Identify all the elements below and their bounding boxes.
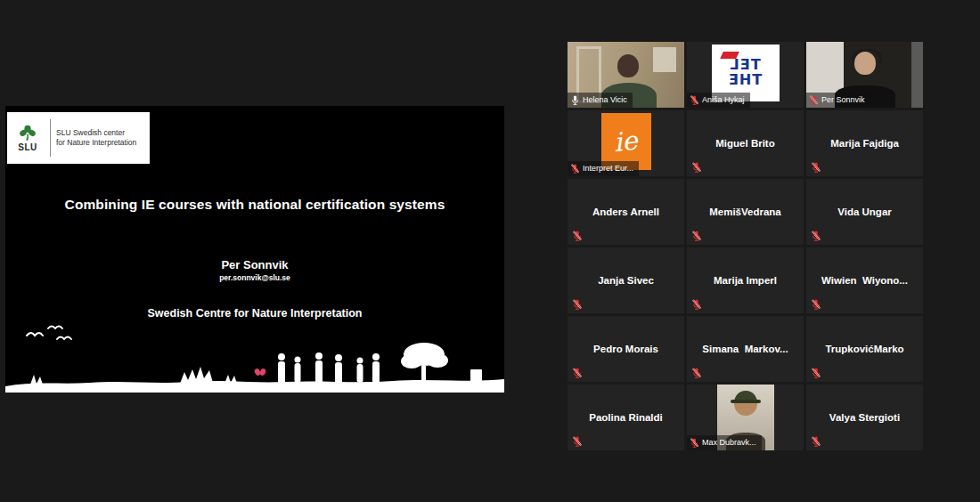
- slide-presenter-name: Per Sonnvik: [5, 258, 504, 271]
- muted-mic: [691, 298, 702, 311]
- muted-mic-icon: [809, 94, 819, 106]
- muted-mic: [811, 161, 821, 174]
- muted-mic: [691, 230, 702, 242]
- mic-icon: [570, 94, 580, 106]
- muted-mic: [572, 435, 583, 448]
- muted-mic-icon: [572, 435, 583, 448]
- muted-mic-icon: [691, 367, 702, 379]
- slu-logo-line1: SLU Swedish center: [56, 128, 136, 138]
- logo-divider: [50, 119, 51, 157]
- slu-logo-text: SLU Swedish center for Nature Interpreta…: [56, 128, 136, 148]
- participant-name: Vida Ungar: [806, 179, 923, 245]
- muted-mic-icon: [572, 230, 583, 242]
- muted-mic: [572, 230, 583, 242]
- participant-name: Marija Imperl: [687, 247, 804, 313]
- muted-mic-icon: [811, 161, 821, 174]
- muted-mic: [811, 230, 821, 242]
- participant-tile[interactable]: MemišVedrana: [687, 179, 804, 245]
- logo-text: ie: [613, 126, 640, 158]
- window: [653, 47, 676, 72]
- participant-name-bar: Aniša Hykaj: [687, 93, 750, 108]
- participant-tile[interactable]: Anders Arnell: [568, 179, 684, 245]
- muted-mic-icon: [572, 367, 583, 379]
- participant-tile[interactable]: Simana Markov...: [687, 316, 804, 382]
- participant-name: Aniša Hykaj: [702, 96, 745, 104]
- muted-mic-icon: [691, 161, 702, 174]
- participant-tile[interactable]: Janja Sivec: [568, 247, 684, 313]
- participant-tile[interactable]: TrupkovićMarko: [806, 316, 923, 382]
- muted-mic: [691, 161, 702, 174]
- birds-silhouette: [27, 327, 71, 340]
- participant-name: MemišVedrana: [687, 179, 804, 245]
- participant-tile[interactable]: Marija Imperl: [687, 247, 804, 313]
- participant-name: Marija Fajdiga: [806, 110, 923, 176]
- participant-name: Max Dubravk...: [702, 439, 756, 447]
- participant-tile[interactable]: ieInterpret Eur...: [568, 110, 684, 176]
- person-silhouette: [617, 54, 639, 77]
- butterfly-silhouette: [254, 368, 267, 376]
- muted-mic-icon: [811, 298, 821, 311]
- muted-mic: [691, 367, 702, 379]
- shared-screen-slide: SLU SLU Swedish center for Nature Interp…: [5, 106, 504, 393]
- participant-tile[interactable]: Valya Stergioti: [806, 385, 923, 450]
- slu-logo-box: SLU SLU Swedish center for Nature Interp…: [7, 112, 150, 164]
- muted-mic-icon: [690, 437, 699, 449]
- muted-mic-icon: [690, 94, 699, 106]
- participant-name: Helena Vicic: [583, 96, 627, 104]
- muted-mic: [811, 298, 821, 311]
- participant-name-bar: Max Dubravk...: [687, 435, 762, 450]
- participant-name-bar: Helena Vicic: [568, 93, 633, 108]
- participant-name: Pedro Morais: [568, 316, 684, 382]
- muted-mic-icon: [691, 298, 702, 311]
- participant-tile[interactable]: Per Sonnvik: [806, 42, 923, 108]
- participant-name: Miguel Brito: [687, 110, 804, 176]
- participant-name: TrupkovićMarko: [806, 316, 923, 382]
- slide-presenter-email: per.sonnvik@slu.se: [5, 273, 504, 282]
- participant-name: Simana Markov...: [687, 316, 804, 382]
- person-silhouette: [734, 391, 757, 416]
- participant-grid: Helena VicicTELTHEAniša HykajPer Sonnvik…: [568, 42, 923, 450]
- participant-tile[interactable]: Helena Vicic: [568, 42, 684, 108]
- muted-mic: [572, 367, 583, 379]
- slu-clover-icon: [18, 125, 37, 142]
- muted-mic-icon: [691, 230, 702, 242]
- participant-name: Paolina Rinaldi: [568, 385, 684, 450]
- participant-tile[interactable]: Wiwien Wiyono...: [806, 247, 923, 313]
- slu-logo-line2: for Nature Interpretation: [56, 138, 136, 148]
- person-silhouette: [854, 52, 876, 75]
- muted-mic-icon: [811, 230, 821, 242]
- participant-name: Valya Stergioti: [806, 385, 923, 450]
- slu-logo: SLU: [7, 125, 48, 152]
- muted-mic-icon: [572, 298, 583, 311]
- muted-mic-icon: [811, 367, 821, 379]
- slu-acronym: SLU: [18, 142, 37, 152]
- participant-name: Janja Sivec: [568, 247, 684, 313]
- participant-name: Interpret Eur...: [583, 165, 633, 173]
- logo-text: TELTHE: [728, 58, 762, 88]
- participant-name: Wiwien Wiyono...: [806, 247, 923, 313]
- participant-name-bar: Per Sonnvik: [806, 93, 870, 108]
- participant-name: Anders Arnell: [568, 179, 684, 245]
- muted-mic: [811, 367, 821, 379]
- muted-mic: [811, 435, 821, 448]
- participant-tile[interactable]: Miguel Brito: [687, 110, 804, 176]
- participant-tile[interactable]: TELTHEAniša Hykaj: [687, 42, 804, 108]
- slide-silhouette-artwork: [5, 321, 504, 393]
- slide-title: Combining IE courses with national certi…: [5, 197, 504, 213]
- participant-tile[interactable]: Max Dubravk...: [687, 385, 804, 450]
- slide-subtitle: Swedish Centre for Nature Interpretation: [5, 307, 504, 320]
- participant-tile[interactable]: Paolina Rinaldi: [568, 385, 684, 450]
- participant-tile[interactable]: Vida Ungar: [806, 179, 923, 245]
- participant-tile[interactable]: Marija Fajdiga: [806, 110, 923, 176]
- muted-mic-icon: [570, 163, 580, 174]
- participant-name-bar: Interpret Eur...: [568, 161, 639, 176]
- muted-mic: [572, 298, 583, 311]
- muted-mic-icon: [811, 435, 821, 448]
- participant-tile[interactable]: Pedro Morais: [568, 316, 684, 382]
- participant-name: Per Sonnvik: [821, 96, 865, 104]
